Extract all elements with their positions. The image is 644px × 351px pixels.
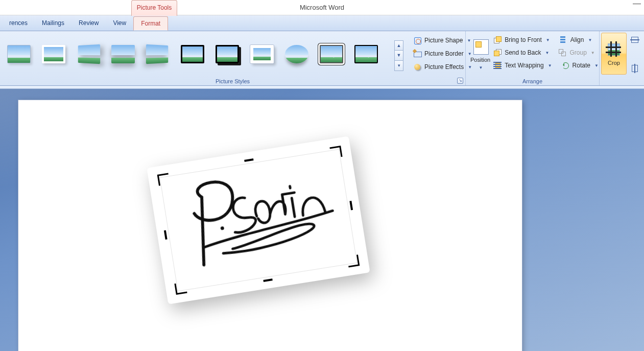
- crop-handle[interactable]: [174, 282, 187, 295]
- picture-style-thumb[interactable]: [181, 45, 204, 63]
- rotate-button[interactable]: Rotate ▼: [559, 60, 601, 71]
- picture-style-thumb[interactable]: [42, 45, 65, 63]
- shape-icon: [413, 36, 421, 44]
- group-label: Arrange: [466, 78, 599, 84]
- height-field-icon[interactable]: [630, 34, 639, 45]
- group-icon: [558, 49, 566, 57]
- chevron-down-icon: ▼: [588, 38, 592, 42]
- crop-handle[interactable]: [329, 146, 342, 158]
- chevron-down-icon: ▼: [548, 63, 552, 68]
- ribbon-tabs: rences Mailings Review View Format: [0, 15, 644, 31]
- picture-style-thumb[interactable]: [250, 45, 274, 63]
- crop-handle[interactable]: [157, 173, 170, 185]
- crop-icon: [606, 41, 622, 58]
- tab-mailings[interactable]: Mailings: [35, 15, 71, 31]
- picture-style-thumb[interactable]: [320, 45, 343, 63]
- title-bar: Picture Tools Microsoft Word —: [0, 0, 644, 15]
- tab-format[interactable]: Format: [133, 16, 168, 31]
- minimize-button[interactable]: —: [633, 2, 641, 9]
- align-label: Align: [570, 36, 584, 43]
- height-icon: [631, 37, 638, 43]
- page[interactable]: [18, 100, 522, 351]
- chevron-down-icon: ▼: [546, 38, 550, 42]
- gallery-scroll-down[interactable]: ▼: [394, 51, 403, 61]
- gallery-scroll: ▲ ▼ ▾: [394, 40, 403, 71]
- align-button[interactable]: Align ▼: [557, 34, 595, 45]
- send-to-back-label: Send to Back: [505, 49, 541, 56]
- picture-border-button[interactable]: Picture Border ▼: [411, 48, 474, 59]
- tab-review[interactable]: Review: [71, 15, 106, 31]
- position-label: Position: [470, 57, 490, 63]
- send-to-back-icon: [493, 49, 502, 57]
- position-button[interactable]: Position ▼: [470, 33, 491, 75]
- rotate-label: Rotate: [573, 62, 590, 69]
- picture-effects-button[interactable]: Picture Effects ▼: [411, 61, 474, 73]
- group-button: Group ▼: [556, 47, 597, 58]
- picture-border-label: Picture Border: [424, 50, 464, 57]
- selected-picture[interactable]: [147, 136, 370, 304]
- picture-shape-label: Picture Shape: [424, 37, 463, 44]
- group-size: Crop: [600, 31, 628, 85]
- rotate-icon: [561, 61, 569, 69]
- send-to-back-button[interactable]: Send to Back ▼: [491, 47, 552, 58]
- ribbon: ▲ ▼ ▾ Picture Shape ▼ Picture Border ▼ P…: [0, 31, 644, 86]
- svg-point-0: [220, 226, 224, 230]
- chevron-down-icon: ▼: [591, 51, 595, 55]
- crop-label: Crop: [608, 60, 620, 66]
- picture-style-thumb[interactable]: [77, 45, 100, 63]
- group-arrange: Position ▼ Bring to Front ▼ Align ▼: [466, 31, 600, 85]
- gallery-more-button[interactable]: ▾: [394, 61, 403, 71]
- bring-to-front-label: Bring to Front: [505, 36, 542, 43]
- picture-style-thumb[interactable]: [111, 45, 135, 63]
- tab-view[interactable]: View: [106, 15, 133, 31]
- picture-styles-launcher[interactable]: ↘: [457, 78, 463, 84]
- tab-references[interactable]: rences: [2, 15, 35, 31]
- window-title: Microsoft Word: [0, 0, 644, 15]
- gallery-scroll-up[interactable]: ▲: [394, 40, 403, 51]
- picture-shape-button[interactable]: Picture Shape ▼: [411, 35, 474, 46]
- width-field-icon[interactable]: [630, 63, 639, 74]
- align-icon: [559, 36, 567, 44]
- picture-effects-label: Picture Effects: [424, 63, 464, 71]
- document-area[interactable]: [0, 89, 644, 351]
- chevron-down-icon: ▼: [594, 63, 599, 68]
- effects-icon: [413, 63, 421, 71]
- bring-to-front-button[interactable]: Bring to Front ▼: [491, 34, 553, 45]
- picture-style-thumb[interactable]: [146, 45, 170, 63]
- text-wrap-icon: [493, 61, 502, 69]
- picture-style-thumb[interactable]: [7, 45, 31, 63]
- picture-styles-gallery: ▲ ▼ ▾: [5, 33, 406, 71]
- crop-handle[interactable]: [347, 254, 360, 267]
- text-wrapping-button[interactable]: Text Wrapping ▼: [491, 60, 554, 71]
- group-label: Picture Styles: [0, 78, 465, 84]
- picture-style-thumb[interactable]: [354, 45, 378, 63]
- text-wrapping-label: Text Wrapping: [505, 62, 543, 69]
- picture-style-thumb[interactable]: [216, 45, 239, 63]
- group-picture-styles: ▲ ▼ ▾ Picture Shape ▼ Picture Border ▼ P…: [0, 31, 466, 85]
- chevron-down-icon: ▼: [545, 51, 550, 55]
- group-label-text: Group: [569, 49, 586, 56]
- picture-style-thumb[interactable]: [285, 45, 308, 63]
- width-icon: [632, 65, 638, 72]
- border-icon: [413, 50, 421, 58]
- bring-to-front-icon: [493, 36, 502, 44]
- crop-button[interactable]: Crop: [601, 33, 627, 75]
- chevron-down-icon: ▼: [479, 65, 483, 70]
- size-extra: [628, 31, 638, 85]
- position-icon: [472, 38, 489, 55]
